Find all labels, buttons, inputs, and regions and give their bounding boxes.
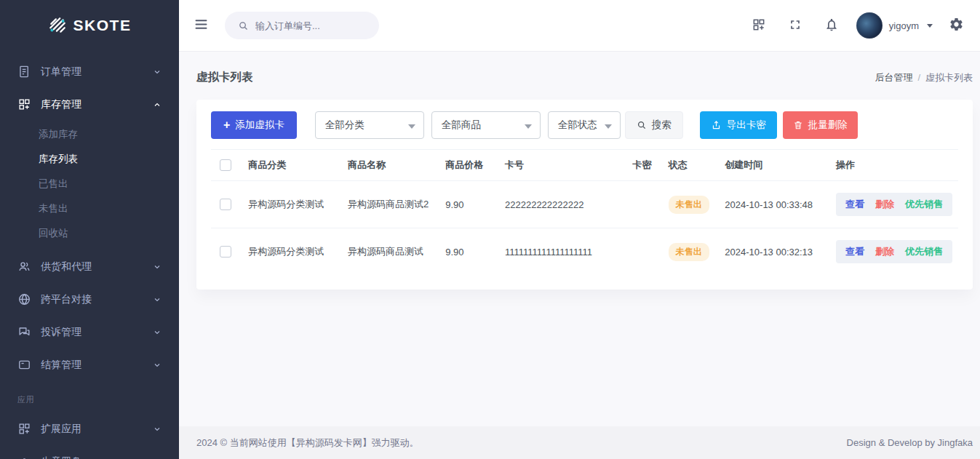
add-virtual-card-button[interactable]: + 添加虚拟卡 [211,111,297,139]
filter-category-value: 全部分类 [325,119,364,132]
cell-created-at: 2024-10-13 00:33:48 [719,181,830,228]
filter-status-select[interactable]: 全部状态 [548,111,621,139]
sidebar-item-complaints[interactable]: 投诉管理 [0,316,179,348]
col-header-category: 商品分类 [242,150,342,181]
sidebar-section-label: 应用 [0,381,179,412]
col-header-actions: 操作 [830,150,958,181]
topbar-search [225,12,379,39]
sidebar-item-orders[interactable]: 订单管理 [0,55,179,88]
user-menu[interactable]: yigoym [856,12,933,39]
grid-plus-icon [17,97,31,111]
select-all-checkbox[interactable] [220,159,231,171]
cell-product: 异构源码商品测试 [342,228,439,276]
hamburger-icon [194,17,209,34]
sidebar-item-label: 扩展应用 [41,423,143,436]
sidebar-item-settlement[interactable]: 结算管理 [0,348,179,381]
row-select-checkbox[interactable] [220,199,231,210]
sidebar-item-suppliers[interactable]: 供货和代理 [0,250,179,283]
trash-icon [793,120,803,130]
apps-button[interactable] [746,12,772,40]
chevron-down-icon [153,263,162,271]
footer: 2024 © 当前网站使用【异构源码发卡网】强力驱动。 Design & Dev… [179,426,980,459]
breadcrumb: 后台管理 / 虚拟卡列表 [875,71,973,84]
bell-icon [824,17,839,34]
view-link[interactable]: 查看 [845,198,864,211]
chevron-down-icon [927,24,933,28]
col-header-product: 商品名称 [342,150,439,181]
sidebar-item-extensions[interactable]: 扩展应用 [0,412,179,445]
search-icon [238,20,249,31]
sidebar-subitem-sold[interactable]: 已售出 [0,172,179,196]
delete-link[interactable]: 删除 [875,245,894,258]
footer-copyright: 2024 © 当前网站使用【异构源码发卡网】强力驱动。 [196,436,419,450]
bulk-delete-label: 批量删除 [808,119,848,132]
search-input[interactable] [255,20,366,31]
sidebar-subitem-unsold[interactable]: 未售出 [0,196,179,221]
table-row: 异构源码分类测试 异构源码商品测试2 9.90 222222222222222 … [211,181,958,228]
breadcrumb-separator: / [917,72,920,83]
apps-grid-icon [752,17,766,34]
cell-card-no: 222222222222222 [499,181,627,228]
chat-icon [17,325,31,339]
avatar [856,12,883,39]
cell-card-secret [627,181,663,228]
filter-status-value: 全部状态 [558,119,597,132]
sidebar-subitem-recycle[interactable]: 回收站 [0,221,179,246]
plus-icon: + [223,119,230,131]
users-icon [17,260,31,274]
search-button[interactable]: 搜索 [625,111,683,139]
filter-category-select[interactable]: 全部分类 [315,111,424,139]
status-badge: 未售出 [669,243,709,261]
sidebar-item-label: 库存管理 [41,98,143,111]
invoice-icon [17,65,31,79]
cell-card-no: 1111111111111111111 [499,228,627,276]
table-header-row: 商品分类 商品名称 商品价格 卡号 卡密 状态 创建时间 操作 [211,150,958,181]
row-select-checkbox[interactable] [220,246,231,258]
sidebar-item-cross-platform[interactable]: 跨平台对接 [0,283,179,316]
chevron-up-icon [153,100,162,109]
col-header-price: 商品价格 [439,150,499,181]
export-card-keys-button[interactable]: 导出卡密 [700,111,777,139]
sidebar-item-business-compass[interactable]: 生意罗盘 [0,445,179,459]
brand[interactable]: SKOTE [0,0,179,51]
col-header-card-secret: 卡密 [627,150,663,181]
cell-category: 异构源码分类测试 [242,228,342,276]
breadcrumb-parent[interactable]: 后台管理 [875,71,912,84]
chevron-down-icon [153,328,162,337]
menu-toggle-button[interactable] [188,11,215,40]
credit-card-icon [17,358,31,372]
gear-icon [949,17,964,34]
cell-product: 异构源码商品测试2 [342,181,439,228]
cell-price: 9.90 [439,181,499,228]
chevron-down-icon [153,425,162,434]
settings-button[interactable] [943,11,970,40]
brand-logo-icon [48,16,67,35]
search-button-label: 搜索 [652,119,672,132]
grid-plus-icon [17,422,31,436]
fullscreen-icon [788,17,802,34]
caret-down-icon [525,124,532,129]
cell-price: 9.90 [439,228,499,276]
sidebar-subitem-add-stock[interactable]: 添加库存 [0,122,179,147]
delete-link[interactable]: 删除 [875,198,894,211]
chevron-down-icon [153,361,162,370]
status-badge: 未售出 [669,196,709,214]
chevron-down-icon [153,295,162,304]
view-link[interactable]: 查看 [845,245,864,258]
search-icon [637,120,647,130]
priority-sale-link[interactable]: 优先销售 [905,245,943,258]
sidebar-item-stock[interactable]: 库存管理 [0,88,179,121]
sidebar-subitem-stock-list[interactable]: 库存列表 [0,147,179,172]
priority-sale-link[interactable]: 优先销售 [905,198,943,211]
sidebar-item-label: 结算管理 [41,359,143,372]
breadcrumb-current: 虚拟卡列表 [925,71,973,84]
app-root: SKOTE 订单管理 库存管理 [0,0,980,459]
sidebar-item-label: 生意罗盘 [41,455,143,459]
notifications-button[interactable] [818,12,845,40]
bulk-delete-button[interactable]: 批量删除 [783,111,858,139]
virtual-card-table: 商品分类 商品名称 商品价格 卡号 卡密 状态 创建时间 操作 异构源码分类测试 [211,149,958,275]
fullscreen-button[interactable] [782,12,808,40]
export-icon [711,120,722,131]
filter-product-select[interactable]: 全部商品 [431,111,541,139]
page-title: 虚拟卡列表 [196,70,253,85]
